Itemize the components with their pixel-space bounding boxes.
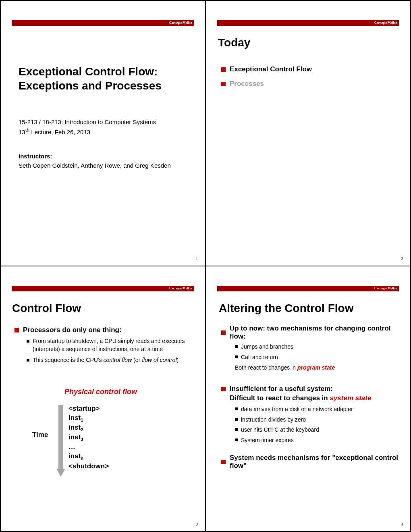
brand-label: Carnegie Mellon (169, 286, 194, 291)
slide-2: Carnegie Mellon Today Exceptional Contro… (206, 0, 411, 266)
bullet-icon (221, 460, 226, 464)
page-number: 2 (401, 256, 403, 261)
bullet-icon (221, 67, 226, 72)
brand-bar (217, 286, 399, 291)
sub-bullet-timer: System timer expires (235, 436, 399, 445)
inst-startup: <startup> (68, 404, 109, 414)
bullet-label: Exceptional Control Flow (230, 65, 312, 73)
time-arrow-icon (56, 405, 65, 477)
bullet-label: Insufficient for a useful system: Diffic… (230, 384, 371, 403)
bullet-icon (221, 387, 226, 391)
brand-bar (12, 20, 194, 26)
sub-bullet-data-arrives: data arrives from a disk or a network ad… (235, 405, 399, 414)
sub-text: This sequence is the CPU's control flow … (33, 356, 179, 364)
instructors-names: Seth Copen Goldstein, Anthony Rowe, and … (19, 162, 194, 169)
slide-title: Today (218, 36, 399, 49)
slide-4: Carnegie Mellon Altering the Control Flo… (206, 266, 411, 532)
page-number: 4 (401, 522, 403, 526)
lecture-line: 13th Lecture, Feb 26, 2013 (19, 129, 90, 135)
sub-bullet-icon (235, 418, 238, 421)
bullet-ecf: Exceptional Control Flow (221, 65, 399, 73)
sub-text: Call and return (241, 353, 278, 362)
control-flow-diagram: Time <startup> inst1 inst2 inst3 … instn… (32, 405, 194, 482)
sub-text: user hits Ctrl-C at the keyboard (241, 426, 319, 434)
sub-text: instruction divides by zero (241, 416, 306, 424)
sub-bullet-icon (235, 428, 238, 431)
sub-bullet-icon (27, 359, 29, 362)
instruction-list: <startup> inst1 inst2 inst3 … instn <shu… (68, 404, 109, 471)
course-info: 15-213 / 18-213: Introduction to Compute… (19, 118, 194, 137)
slide-3: Carnegie Mellon Control Flow Processors … (0, 266, 206, 532)
inst-3: inst3 (68, 433, 109, 443)
bullet-icon (221, 82, 226, 86)
sub-text: Jumps and branches (241, 343, 293, 351)
inst-2: inst2 (68, 423, 109, 433)
bullet-processors: Processors do only one thing: (15, 326, 194, 334)
bullet-processes: Processes (221, 80, 399, 88)
sub-bullet-icon (27, 340, 29, 343)
sub-text: From startup to shutdown, a CPU simply r… (33, 337, 194, 353)
sub-bullet-icon (235, 355, 238, 358)
inst-dots: … (68, 443, 109, 452)
instructors-label: Instructors: (19, 153, 194, 160)
bullet-label: System needs mechanisms for "exceptional… (230, 454, 399, 470)
brand-bar (12, 286, 194, 291)
bullet-icon (15, 328, 19, 332)
bullet-insufficient: Insufficient for a useful system: Diffic… (221, 384, 399, 403)
sub-bullet-icon (235, 438, 238, 441)
time-label: Time (32, 431, 48, 439)
sub-text: System timer expires (241, 436, 294, 445)
inst-shutdown: <shutdown> (68, 462, 109, 471)
brand-bar (217, 20, 399, 26)
slide-title: Exceptional Control Flow: Exceptions and… (19, 64, 194, 93)
brand-label: Carnegie Mellon (169, 20, 194, 26)
page-number: 1 (196, 256, 198, 261)
sub-bullet-startup: From startup to shutdown, a CPU simply r… (27, 337, 194, 353)
sub-bullet-ctrl-c: user hits Ctrl-C at the keyboard (235, 426, 399, 434)
inst-n: instn (68, 452, 109, 461)
brand-label: Carnegie Mellon (374, 20, 399, 26)
sub-bullet-jumps: Jumps and branches (235, 343, 399, 351)
inst-1: inst1 (68, 414, 109, 423)
slides-grid: Carnegie Mellon Exceptional Control Flow… (0, 0, 411, 532)
sub-bullet-call-return: Call and return (235, 353, 399, 362)
title-line2: Exceptions and Processes (19, 79, 162, 92)
physical-control-flow-heading: Physical control flow (64, 388, 194, 396)
svg-rect-0 (58, 405, 63, 469)
sub-bullet-icon (235, 345, 238, 348)
svg-marker-1 (56, 469, 65, 477)
sub-bullet-sequence: This sequence is the CPU's control flow … (27, 356, 194, 364)
bullet-label: Processors do only one thing: (23, 326, 122, 334)
bullet-system-needs: System needs mechanisms for "exceptional… (221, 454, 399, 470)
bullet-label: Processes (230, 80, 264, 88)
sub-text: data arrives from a disk or a network ad… (241, 405, 353, 414)
slide-1: Carnegie Mellon Exceptional Control Flow… (0, 0, 206, 266)
page-number: 3 (196, 522, 198, 526)
slide-title: Control Flow (12, 302, 194, 315)
sub-bullet-icon (235, 407, 238, 410)
sub-bullet-divide-zero: instruction divides by zero (235, 416, 399, 424)
bullet-label: Up to now: two mechanisms for changing c… (230, 324, 399, 341)
program-state-note: Both react to changes in program state (235, 364, 399, 371)
bullet-icon (221, 330, 226, 335)
title-line1: Exceptional Control Flow: (19, 65, 158, 78)
slide-title: Altering the Control Flow (219, 302, 399, 315)
bullet-up-to-now: Up to now: two mechanisms for changing c… (221, 324, 399, 341)
course-line: 15-213 / 18-213: Introduction to Compute… (19, 118, 156, 125)
brand-label: Carnegie Mellon (374, 286, 399, 291)
